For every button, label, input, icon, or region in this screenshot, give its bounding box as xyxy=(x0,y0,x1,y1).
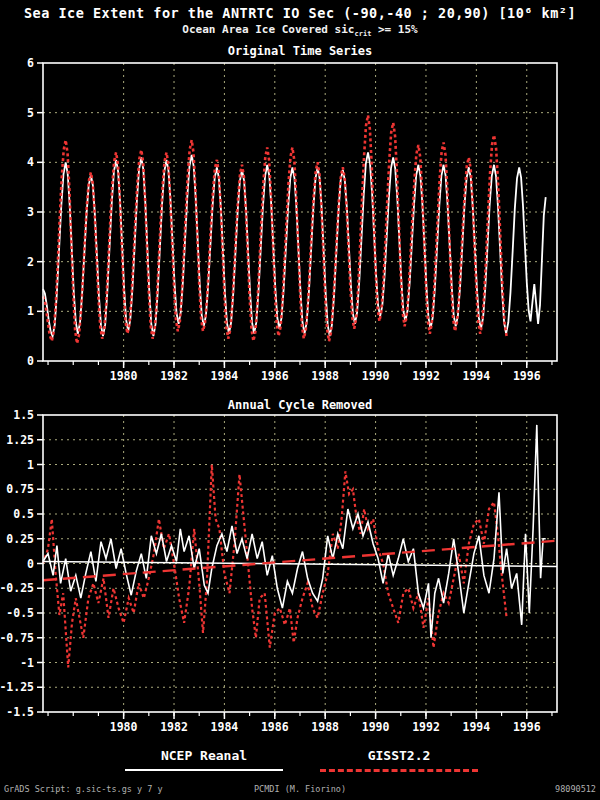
svg-text:1990: 1990 xyxy=(362,720,390,734)
svg-text:-1.5: -1.5 xyxy=(6,705,34,719)
svg-text:1994: 1994 xyxy=(463,720,491,734)
legend-line-gisst xyxy=(320,769,478,772)
svg-text:1: 1 xyxy=(27,304,34,318)
svg-text:-0.5: -0.5 xyxy=(6,606,34,620)
annual-cycle-removed-chart: 1.51.2510.750.50.250-0.25-0.5-0.75-1-1.2… xyxy=(0,395,600,745)
svg-text:1984: 1984 xyxy=(211,369,239,383)
svg-text:3: 3 xyxy=(27,205,34,219)
legend-line-ncep xyxy=(125,769,283,771)
svg-text:1982: 1982 xyxy=(160,720,188,734)
svg-text:1: 1 xyxy=(27,458,34,472)
svg-text:1980: 1980 xyxy=(110,369,138,383)
legend-label-ncep: NCEP Reanal xyxy=(125,748,283,763)
legend: NCEP Reanal GISST2.2 xyxy=(0,748,600,782)
svg-text:1990: 1990 xyxy=(362,369,390,383)
svg-text:1996: 1996 xyxy=(513,720,541,734)
svg-text:1.5: 1.5 xyxy=(13,408,34,422)
svg-text:1986: 1986 xyxy=(261,369,289,383)
svg-text:1988: 1988 xyxy=(311,720,339,734)
svg-text:1996: 1996 xyxy=(513,369,541,383)
svg-text:1986: 1986 xyxy=(261,720,289,734)
svg-text:-1: -1 xyxy=(20,656,34,670)
svg-text:-1.25: -1.25 xyxy=(0,680,34,694)
legend-item-ncep: NCEP Reanal xyxy=(125,748,283,771)
footer-credit: PCMDI (M. Fiorino) xyxy=(0,784,600,794)
svg-text:0.25: 0.25 xyxy=(6,532,34,546)
svg-text:1992: 1992 xyxy=(412,369,440,383)
svg-text:1992: 1992 xyxy=(412,720,440,734)
page-title: Sea Ice Extent for the ANTRTC IO Sec (-9… xyxy=(0,5,600,21)
subtitle-text: Ocean Area Ice Covered sic xyxy=(182,23,354,36)
svg-text:1994: 1994 xyxy=(463,369,491,383)
original-time-series-chart: 0123456198019821984198619881990199219941… xyxy=(0,45,600,385)
svg-text:2: 2 xyxy=(27,255,34,269)
svg-text:1984: 1984 xyxy=(211,720,239,734)
subtitle-threshold: >= 15% xyxy=(371,23,417,36)
svg-text:6: 6 xyxy=(27,56,34,70)
grads-plot-page: Sea Ice Extent for the ANTRTC IO Sec (-9… xyxy=(0,0,600,800)
svg-text:0: 0 xyxy=(27,557,34,571)
svg-text:1980: 1980 xyxy=(110,720,138,734)
svg-text:0.5: 0.5 xyxy=(13,507,34,521)
footer-timestamp: 98090512 xyxy=(555,784,596,794)
svg-text:0: 0 xyxy=(27,354,34,368)
svg-text:-0.25: -0.25 xyxy=(0,581,34,595)
svg-text:1988: 1988 xyxy=(311,369,339,383)
svg-text:5: 5 xyxy=(27,106,34,120)
page-subtitle: Ocean Area Ice Covered siccrit >= 15% xyxy=(0,23,600,38)
legend-item-gisst: GISST2.2 xyxy=(320,748,478,772)
svg-text:1982: 1982 xyxy=(160,369,188,383)
svg-text:1.25: 1.25 xyxy=(6,433,34,447)
svg-text:0.75: 0.75 xyxy=(6,482,34,496)
legend-label-gisst: GISST2.2 xyxy=(320,748,478,763)
svg-text:4: 4 xyxy=(27,155,34,169)
svg-text:-0.75: -0.75 xyxy=(0,631,34,645)
subtitle-subscript: crit xyxy=(354,30,371,38)
